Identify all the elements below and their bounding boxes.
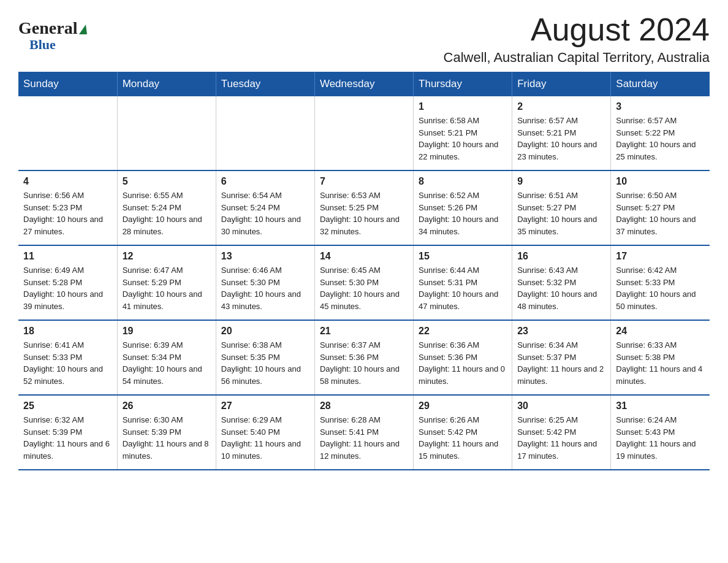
month-title: August 2024	[444, 12, 710, 47]
day-number: 26	[123, 400, 211, 412]
day-number: 23	[517, 326, 605, 337]
calendar-day-29: 29Sunrise: 6:26 AM Sunset: 5:42 PM Dayli…	[414, 395, 512, 470]
day-number: 22	[419, 326, 507, 337]
day-info: Sunrise: 6:41 AM Sunset: 5:33 PM Dayligh…	[23, 339, 112, 387]
day-info: Sunrise: 6:37 AM Sunset: 5:36 PM Dayligh…	[320, 339, 408, 387]
calendar-body: 1Sunrise: 6:58 AM Sunset: 5:21 PM Daylig…	[18, 96, 710, 470]
calendar-day-2: 2Sunrise: 6:57 AM Sunset: 5:21 PM Daylig…	[512, 96, 611, 170]
calendar-empty-cell	[314, 96, 413, 170]
day-info: Sunrise: 6:29 AM Sunset: 5:40 PM Dayligh…	[221, 414, 309, 462]
day-info: Sunrise: 6:36 AM Sunset: 5:36 PM Dayligh…	[419, 339, 507, 387]
day-info: Sunrise: 6:42 AM Sunset: 5:33 PM Dayligh…	[616, 264, 705, 312]
calendar-empty-cell	[117, 96, 216, 170]
calendar-week-row: 25Sunrise: 6:32 AM Sunset: 5:39 PM Dayli…	[18, 395, 710, 470]
day-number: 18	[23, 326, 112, 337]
day-info: Sunrise: 6:50 AM Sunset: 5:27 PM Dayligh…	[616, 190, 705, 237]
calendar-week-row: 4Sunrise: 6:56 AM Sunset: 5:23 PM Daylig…	[18, 170, 710, 245]
page-header: General Blue August 2024 Calwell, Austra…	[18, 12, 710, 66]
day-info: Sunrise: 6:45 AM Sunset: 5:30 PM Dayligh…	[320, 264, 408, 312]
logo-triangle-icon	[79, 25, 87, 34]
calendar-day-20: 20Sunrise: 6:38 AM Sunset: 5:35 PM Dayli…	[216, 320, 314, 395]
day-info: Sunrise: 6:33 AM Sunset: 5:38 PM Dayligh…	[616, 339, 705, 387]
calendar-day-23: 23Sunrise: 6:34 AM Sunset: 5:37 PM Dayli…	[512, 320, 611, 395]
calendar-week-row: 1Sunrise: 6:58 AM Sunset: 5:21 PM Daylig…	[18, 96, 710, 170]
day-number: 11	[23, 251, 112, 262]
calendar-day-8: 8Sunrise: 6:52 AM Sunset: 5:26 PM Daylig…	[414, 170, 512, 245]
calendar-day-4: 4Sunrise: 6:56 AM Sunset: 5:23 PM Daylig…	[18, 170, 117, 245]
day-number: 27	[221, 400, 309, 412]
calendar-day-17: 17Sunrise: 6:42 AM Sunset: 5:33 PM Dayli…	[611, 245, 710, 320]
day-info: Sunrise: 6:54 AM Sunset: 5:24 PM Dayligh…	[221, 190, 309, 237]
calendar-day-6: 6Sunrise: 6:54 AM Sunset: 5:24 PM Daylig…	[216, 170, 314, 245]
calendar-day-21: 21Sunrise: 6:37 AM Sunset: 5:36 PM Dayli…	[314, 320, 413, 395]
day-number: 10	[616, 176, 705, 187]
calendar-day-24: 24Sunrise: 6:33 AM Sunset: 5:38 PM Dayli…	[611, 320, 710, 395]
calendar-day-27: 27Sunrise: 6:29 AM Sunset: 5:40 PM Dayli…	[216, 395, 314, 470]
day-number: 15	[419, 251, 507, 262]
day-number: 16	[517, 251, 605, 262]
day-info: Sunrise: 6:57 AM Sunset: 5:21 PM Dayligh…	[517, 115, 605, 163]
calendar-day-25: 25Sunrise: 6:32 AM Sunset: 5:39 PM Dayli…	[18, 395, 117, 470]
day-info: Sunrise: 6:56 AM Sunset: 5:23 PM Dayligh…	[23, 190, 112, 237]
day-number: 4	[23, 176, 112, 187]
calendar-day-1: 1Sunrise: 6:58 AM Sunset: 5:21 PM Daylig…	[414, 96, 512, 170]
day-number: 3	[616, 101, 705, 112]
calendar-header-cell-tuesday: Tuesday	[216, 72, 314, 96]
calendar-day-28: 28Sunrise: 6:28 AM Sunset: 5:41 PM Dayli…	[314, 395, 413, 470]
day-number: 19	[123, 326, 211, 337]
day-info: Sunrise: 6:51 AM Sunset: 5:27 PM Dayligh…	[517, 190, 605, 237]
day-info: Sunrise: 6:43 AM Sunset: 5:32 PM Dayligh…	[517, 264, 605, 312]
day-number: 25	[23, 400, 112, 412]
calendar-day-3: 3Sunrise: 6:57 AM Sunset: 5:22 PM Daylig…	[611, 96, 710, 170]
day-number: 28	[320, 400, 408, 412]
calendar-day-18: 18Sunrise: 6:41 AM Sunset: 5:33 PM Dayli…	[18, 320, 117, 395]
calendar-day-31: 31Sunrise: 6:24 AM Sunset: 5:43 PM Dayli…	[611, 395, 710, 470]
calendar-day-11: 11Sunrise: 6:49 AM Sunset: 5:28 PM Dayli…	[18, 245, 117, 320]
day-info: Sunrise: 6:52 AM Sunset: 5:26 PM Dayligh…	[419, 190, 507, 237]
day-number: 29	[419, 400, 507, 412]
day-info: Sunrise: 6:24 AM Sunset: 5:43 PM Dayligh…	[616, 414, 705, 462]
calendar-day-9: 9Sunrise: 6:51 AM Sunset: 5:27 PM Daylig…	[512, 170, 611, 245]
day-info: Sunrise: 6:32 AM Sunset: 5:39 PM Dayligh…	[23, 414, 112, 462]
calendar-day-19: 19Sunrise: 6:39 AM Sunset: 5:34 PM Dayli…	[117, 320, 216, 395]
calendar-header-cell-saturday: Saturday	[611, 72, 710, 96]
calendar-header-cell-sunday: Sunday	[18, 72, 117, 96]
day-info: Sunrise: 6:49 AM Sunset: 5:28 PM Dayligh…	[23, 264, 112, 312]
day-number: 17	[616, 251, 705, 262]
logo: General Blue	[18, 18, 87, 53]
title-area: August 2024 Calwell, Australian Capital …	[444, 12, 710, 66]
calendar-header-cell-wednesday: Wednesday	[314, 72, 413, 96]
day-info: Sunrise: 6:34 AM Sunset: 5:37 PM Dayligh…	[517, 339, 605, 387]
calendar-day-7: 7Sunrise: 6:53 AM Sunset: 5:25 PM Daylig…	[314, 170, 413, 245]
calendar-day-13: 13Sunrise: 6:46 AM Sunset: 5:30 PM Dayli…	[216, 245, 314, 320]
day-info: Sunrise: 6:57 AM Sunset: 5:22 PM Dayligh…	[616, 115, 705, 163]
calendar-day-22: 22Sunrise: 6:36 AM Sunset: 5:36 PM Dayli…	[414, 320, 512, 395]
day-number: 24	[616, 326, 705, 337]
day-info: Sunrise: 6:53 AM Sunset: 5:25 PM Dayligh…	[320, 190, 408, 237]
calendar-day-14: 14Sunrise: 6:45 AM Sunset: 5:30 PM Dayli…	[314, 245, 413, 320]
day-number: 21	[320, 326, 408, 337]
day-info: Sunrise: 6:25 AM Sunset: 5:42 PM Dayligh…	[517, 414, 605, 462]
day-number: 14	[320, 251, 408, 262]
logo-general-text: General	[18, 18, 77, 38]
day-number: 6	[221, 176, 309, 187]
day-number: 12	[123, 251, 211, 262]
day-number: 20	[221, 326, 309, 337]
day-number: 1	[419, 101, 507, 112]
calendar-day-30: 30Sunrise: 6:25 AM Sunset: 5:42 PM Dayli…	[512, 395, 611, 470]
calendar-day-26: 26Sunrise: 6:30 AM Sunset: 5:39 PM Dayli…	[117, 395, 216, 470]
calendar-table: SundayMondayTuesdayWednesdayThursdayFrid…	[18, 72, 710, 470]
calendar-header-cell-friday: Friday	[512, 72, 611, 96]
day-info: Sunrise: 6:46 AM Sunset: 5:30 PM Dayligh…	[221, 264, 309, 312]
calendar-empty-cell	[18, 96, 117, 170]
day-info: Sunrise: 6:44 AM Sunset: 5:31 PM Dayligh…	[419, 264, 507, 312]
day-number: 7	[320, 176, 408, 187]
location-title: Calwell, Australian Capital Territory, A…	[444, 50, 710, 66]
calendar-empty-cell	[216, 96, 314, 170]
calendar-header: SundayMondayTuesdayWednesdayThursdayFrid…	[18, 72, 710, 96]
calendar-day-16: 16Sunrise: 6:43 AM Sunset: 5:32 PM Dayli…	[512, 245, 611, 320]
day-number: 13	[221, 251, 309, 262]
day-info: Sunrise: 6:30 AM Sunset: 5:39 PM Dayligh…	[123, 414, 211, 462]
logo-blue-text: Blue	[29, 37, 56, 53]
calendar-day-5: 5Sunrise: 6:55 AM Sunset: 5:24 PM Daylig…	[117, 170, 216, 245]
